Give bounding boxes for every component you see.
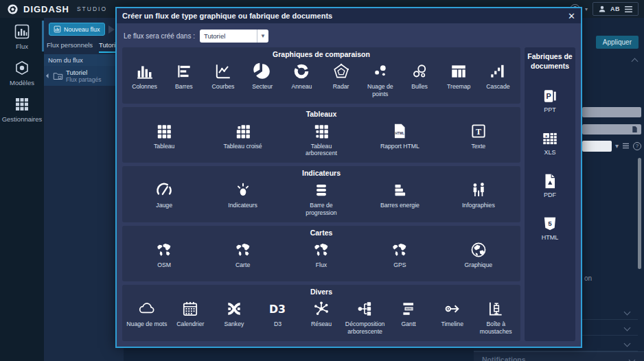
flux-type-tableau-croise[interactable]: Tableau croisé	[203, 122, 281, 150]
flux-type-secteur[interactable]: Secteur	[243, 62, 282, 91]
notifications-bar[interactable]: Notifications	[474, 351, 644, 361]
flux-type-rapport-html[interactable]: HTML Rapport HTML	[360, 122, 439, 150]
flux-type-bulles[interactable]: Bulles	[400, 62, 439, 91]
flux-type-carte[interactable]: Carte	[203, 241, 281, 269]
flux-type-tableau[interactable]: Tableau	[125, 122, 203, 150]
flux-tree-item[interactable]: Tutoriel Flux partagés	[44, 66, 124, 86]
world-map-icon	[234, 241, 252, 259]
flux-type-sankey[interactable]: Sankey	[212, 300, 256, 328]
flux-type-calendrier[interactable]: Calendrier	[169, 300, 213, 328]
flux-type-jauge[interactable]: Jauge	[125, 181, 203, 209]
flux-type-label: D3	[274, 321, 281, 328]
expander-icon[interactable]	[46, 73, 51, 78]
doc-factory-ppt[interactable]: P PPT	[541, 87, 559, 113]
bubble-chart-icon	[411, 62, 428, 80]
list-icon[interactable]	[622, 143, 630, 149]
doc-factory-pdf[interactable]: PDF	[541, 172, 559, 198]
flux-type-boite-a-moustaches[interactable]: Boîte à moustaches	[474, 300, 518, 336]
flux-type-label: Jauge	[156, 202, 172, 209]
flux-type-infographies[interactable]: Infographies	[439, 181, 518, 209]
text-box-icon: T	[470, 122, 487, 140]
sidebar-item-gestionnaires[interactable]: Gestionnaires	[0, 91, 44, 127]
flux-type-barre-de-progression[interactable]: Barre de progression	[282, 181, 360, 217]
section-graphiques-de-comparaison: Graphiques de comparaison Colonnes Barre…	[122, 47, 520, 104]
sidebar-item-flux[interactable]: Flux	[0, 18, 44, 54]
chart-button-icon	[54, 25, 61, 33]
flux-type-label: Graphique	[465, 261, 493, 269]
flux-type-barres-energie[interactable]: Barres energie	[360, 181, 439, 209]
flux-type-treemap[interactable]: Treemap	[439, 62, 479, 91]
property-input[interactable]	[582, 141, 612, 152]
chevron-down-icon	[624, 309, 631, 316]
flux-type-reseau[interactable]: Réseau	[299, 300, 343, 328]
doc-factory-html[interactable]: 5 HTML	[541, 215, 559, 241]
flux-type-label: Bulles	[411, 83, 428, 91]
boxplot-icon	[487, 300, 505, 318]
sidebar-item-modeles[interactable]: Modèles	[0, 54, 44, 91]
flux-type-barres[interactable]: Barres	[164, 62, 203, 91]
new-flux-button[interactable]: Nouveau flux	[49, 23, 105, 36]
select-caret-icon: ▼	[257, 30, 268, 43]
flux-type-gantt[interactable]: Gantt	[387, 300, 430, 328]
flux-type-label: Barres	[175, 83, 193, 91]
flux-type-texte[interactable]: T Texte	[439, 122, 518, 150]
flux-type-indicateurs[interactable]: Indicateurs	[203, 181, 281, 209]
d3-logo-icon: D3	[268, 300, 286, 318]
main-sidebar: Flux Modèles Gestionnaires	[0, 18, 44, 361]
flux-type-label: Nuage de mots	[126, 321, 167, 328]
doc-factory-xls[interactable]: x XLS	[541, 130, 559, 156]
table-cross-icon	[234, 122, 252, 140]
flux-type-nuage-de-points[interactable]: Nuage de points	[360, 62, 400, 98]
close-icon[interactable]: ✕	[568, 12, 575, 21]
world-map-icon	[312, 241, 330, 259]
flux-type-anneau[interactable]: Anneau	[282, 62, 321, 91]
world-map-icon	[391, 241, 409, 259]
tab-flux-personnels[interactable]: Flux personnels	[47, 41, 93, 53]
timeline-icon	[444, 300, 461, 318]
section-title: Cartes	[125, 229, 518, 237]
help-small-icon[interactable]: ?	[633, 142, 641, 150]
help-caret-icon[interactable]: ▾	[585, 6, 588, 12]
user-menu[interactable]: AB	[593, 2, 639, 16]
flux-type-label: Texte	[471, 143, 485, 150]
flux-type-timeline[interactable]: Timeline	[430, 300, 474, 328]
flux-type-flux[interactable]: Flux	[282, 241, 360, 269]
svg-text:T: T	[476, 127, 481, 137]
apply-button[interactable]: Appliquer	[596, 36, 639, 49]
flux-type-label: Gantt	[402, 321, 416, 328]
document-icon	[631, 126, 639, 133]
dropdown-caret-icon[interactable]: ▾	[615, 143, 619, 150]
grid-managers-icon	[14, 96, 30, 113]
property-field[interactable]	[582, 124, 641, 135]
waterfall-chart-icon	[489, 62, 507, 80]
flux-type-osm[interactable]: OSM	[125, 241, 203, 269]
flux-type-label: Tableau	[154, 143, 174, 150]
flux-type-nuage-de-mots[interactable]: Nuage de mots	[125, 300, 169, 328]
flux-type-radar[interactable]: Radar	[321, 62, 360, 91]
flux-type-tableau-arborescent[interactable]: Tableau arborescent	[282, 122, 360, 158]
flux-type-colonnes[interactable]: Colonnes	[125, 62, 164, 91]
property-field[interactable]	[582, 107, 641, 117]
collapse-up-icon[interactable]	[632, 58, 639, 65]
flux-type-d3[interactable]: D3 D3	[256, 300, 300, 328]
flux-type-graphique[interactable]: Graphique	[439, 241, 518, 269]
indicator-glow-icon	[234, 181, 252, 199]
dialog-title: Créer un flux de type graphique ou fabri…	[122, 12, 332, 20]
flux-type-cascade[interactable]: Cascade	[479, 62, 518, 91]
flux-type-courbes[interactable]: Courbes	[203, 62, 242, 91]
flux-type-gps[interactable]: GPS	[360, 241, 439, 269]
svg-text:P: P	[546, 93, 551, 101]
flux-type-label: Rapport HTML	[380, 143, 419, 150]
play-button[interactable]	[108, 25, 115, 34]
create-flux-dialog: Créer un flux de type graphique ou fabri…	[115, 7, 582, 348]
flux-type-decomposition-arborescente[interactable]: Décomposition arborescente	[343, 300, 387, 336]
user-icon	[598, 5, 606, 13]
flux-list-header: Nom du flux	[44, 54, 124, 66]
hexagon-model-icon	[14, 60, 30, 76]
donut-chart-icon	[292, 62, 310, 80]
energy-bars-icon	[391, 181, 409, 199]
network-icon	[312, 300, 330, 318]
flux-type-label: Boîte à moustaches	[474, 321, 518, 336]
scrollbar-thumb[interactable]	[638, 158, 641, 269]
target-folder-select[interactable]: Tutoriel ▼	[200, 30, 268, 43]
